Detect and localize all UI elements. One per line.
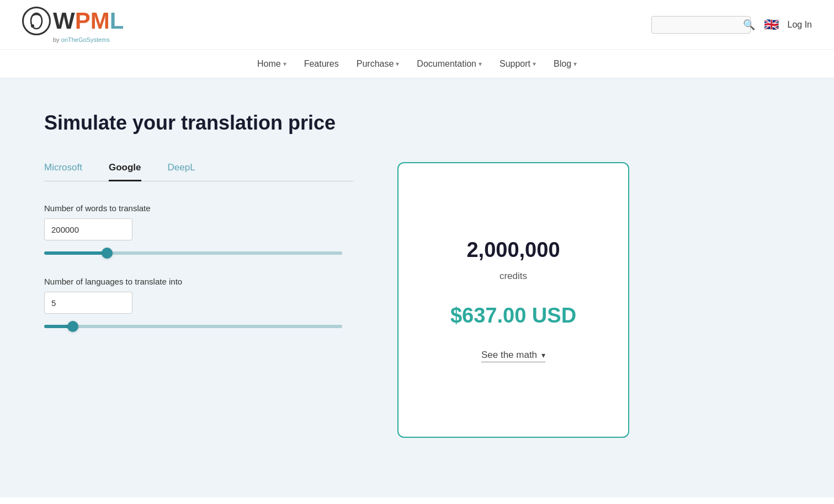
svg-point-1 — [31, 24, 34, 28]
page-title: Simulate your translation price — [44, 111, 790, 135]
tab-google[interactable]: Google — [109, 162, 141, 181]
credits-number: 2,000,000 — [466, 238, 560, 262]
nav-item-home[interactable]: Home ▾ — [257, 59, 286, 69]
languages-input[interactable] — [44, 292, 132, 314]
chevron-down-icon: ▾ — [533, 60, 536, 68]
credits-label: credits — [500, 271, 527, 282]
words-input[interactable] — [44, 218, 132, 240]
logo-area: WPML by onTheGoSystems — [22, 7, 124, 43]
tab-deepl[interactable]: DeepL — [168, 162, 195, 181]
chevron-down-icon: ▾ — [541, 351, 545, 360]
nav-item-purchase[interactable]: Purchase ▾ — [357, 59, 400, 69]
language-flag-icon[interactable]: 🇬🇧 — [764, 18, 779, 32]
price-card: 2,000,000 credits $637.00 USD See the ma… — [397, 162, 629, 438]
chevron-down-icon: ▾ — [573, 60, 577, 68]
words-slider[interactable] — [44, 251, 342, 255]
nav-item-support[interactable]: Support ▾ — [500, 59, 536, 69]
languages-slider[interactable] — [44, 325, 342, 328]
see-math-button[interactable]: See the math ▾ — [481, 350, 545, 362]
logo-l: L — [110, 8, 124, 34]
nav-item-documentation[interactable]: Documentation ▾ — [417, 59, 482, 69]
see-math-label: See the math — [481, 350, 537, 361]
languages-slider-container: Number of languages to translate into — [44, 277, 353, 330]
logo-m: M — [91, 8, 110, 34]
chevron-down-icon: ▾ — [396, 60, 399, 68]
price-amount: $637.00 USD — [450, 304, 576, 328]
chevron-down-icon: ▾ — [283, 60, 286, 68]
left-panel: Microsoft Google DeepL Number of words t… — [44, 162, 353, 350]
header: WPML by onTheGoSystems 🔍 🇬🇧 Log In — [0, 0, 834, 50]
languages-label: Number of languages to translate into — [44, 277, 353, 286]
words-slider-container: Number of words to translate — [44, 203, 353, 257]
logo-byline: by onTheGoSystems — [22, 36, 110, 43]
search-icon[interactable]: 🔍 — [743, 19, 755, 31]
logo-circle — [22, 7, 51, 35]
main-nav: Home ▾ Features Purchase ▾ Documentation… — [0, 50, 834, 78]
nav-item-features[interactable]: Features — [304, 59, 339, 69]
chevron-down-icon: ▾ — [479, 60, 482, 68]
main-content: Simulate your translation price Microsof… — [0, 78, 834, 497]
words-label: Number of words to translate — [44, 203, 353, 213]
search-input[interactable] — [651, 16, 751, 34]
content-layout: Microsoft Google DeepL Number of words t… — [44, 162, 790, 438]
logo-w: W — [53, 8, 75, 34]
tab-microsoft[interactable]: Microsoft — [44, 162, 82, 181]
translator-tabs: Microsoft Google DeepL — [44, 162, 353, 181]
login-link[interactable]: Log In — [788, 20, 812, 30]
header-right: 🔍 🇬🇧 Log In — [651, 16, 812, 34]
logo-p: P — [75, 8, 91, 34]
nav-item-blog[interactable]: Blog ▾ — [554, 59, 577, 69]
